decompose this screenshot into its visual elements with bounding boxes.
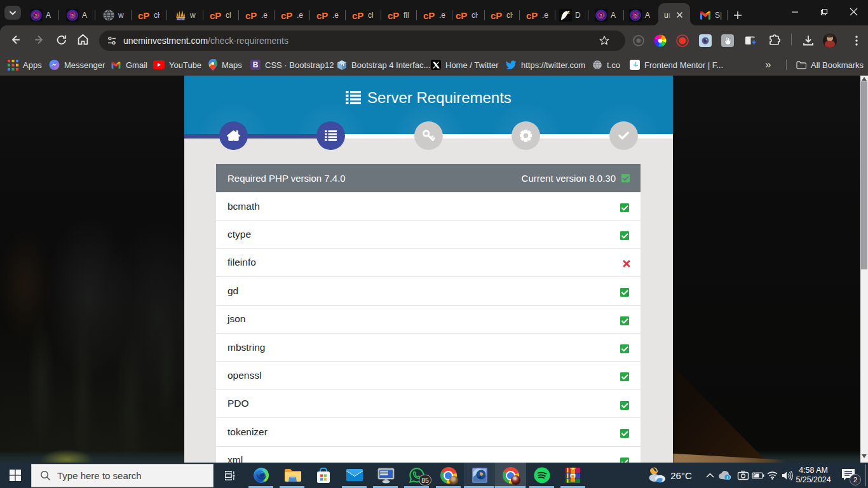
svg-text:cP: cP xyxy=(526,10,538,21)
svg-text:cP: cP xyxy=(352,10,363,21)
svg-text:S: S xyxy=(35,13,37,17)
svg-text:cP: cP xyxy=(456,10,467,21)
svg-text:cP: cP xyxy=(138,10,149,21)
svg-text:PGD: PGD xyxy=(179,18,182,20)
svg-text:cP: cP xyxy=(388,10,399,21)
svg-text:S: S xyxy=(600,13,602,17)
svg-text:cP: cP xyxy=(316,10,328,21)
svg-text:S: S xyxy=(71,13,74,17)
svg-text:cP: cP xyxy=(245,10,257,21)
svg-text:S: S xyxy=(634,13,637,17)
svg-text:cP: cP xyxy=(423,10,435,21)
svg-text:cP: cP xyxy=(281,10,292,21)
svg-text:cP: cP xyxy=(491,10,502,21)
svg-text:cP: cP xyxy=(210,10,221,21)
